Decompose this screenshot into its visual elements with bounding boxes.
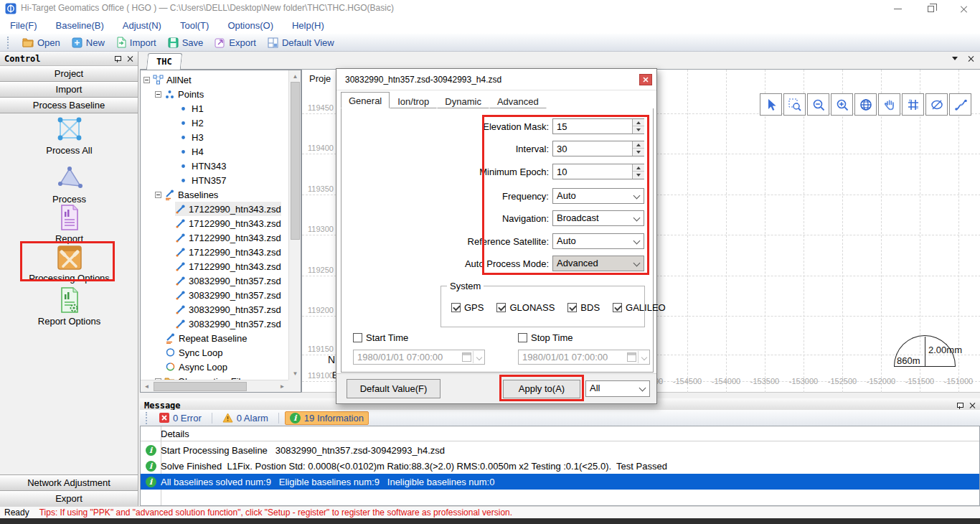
tree-item-baseline[interactable]: 30832990_htn357.zsd [175,302,281,317]
tree-item-repeat-baseline[interactable]: Repeat Baseline [165,331,247,345]
zoom-out-button[interactable] [807,93,829,116]
spin-up-icon[interactable] [633,164,644,172]
information-filter-button[interactable]: i 19 Information [285,411,369,425]
tab-advanced[interactable]: Advanced [489,93,547,108]
apply-scope-select[interactable]: All [585,380,650,397]
tree-item-async-loop[interactable]: Async Loop [165,360,227,374]
tab-list-dropdown-icon[interactable] [952,57,958,60]
tree-item-baseline[interactable]: 30832990_htn357.zsd [175,288,281,302]
spin-up-icon[interactable] [633,141,644,149]
gps-checkbox[interactable]: GPS [451,302,484,313]
message-row[interactable]: i Solve Finished L1Fix. Postion Std: 0.0… [141,458,979,474]
scrollbar-thumb[interactable] [291,82,300,240]
galileo-checkbox[interactable]: GALILEO [613,302,666,313]
menu-adjust[interactable]: Adjust(N) [123,20,161,31]
tab-thc[interactable]: THC [146,53,182,70]
grid-toggle-button[interactable] [902,93,924,116]
reference-satellite-select[interactable]: Auto [552,233,644,249]
navigation-select[interactable]: Broadcast [552,210,644,226]
scroll-up-icon[interactable]: ▲ [289,70,301,83]
scrollbar-thumb[interactable] [154,382,247,391]
import-button[interactable]: Import [116,37,156,48]
tree-item-baseline[interactable]: 30832990_htn357.zsd [175,273,281,288]
collapse-toggle-icon[interactable] [155,192,161,198]
process-all-button[interactable]: Process All [0,115,138,156]
pan-button[interactable] [878,93,900,116]
zoom-window-button[interactable] [783,93,806,116]
new-button[interactable]: New [72,37,105,48]
menu-tool[interactable]: Tool(T) [180,20,209,31]
zoom-extent-button[interactable] [854,93,877,116]
tab-close-icon[interactable] [968,55,974,62]
tree-item-point[interactable]: HTN357 [178,173,226,187]
restore-button[interactable] [914,0,947,17]
sidebar-section-project[interactable]: Project [0,66,138,82]
tree-item-point[interactable]: H1 [178,101,204,116]
tree-item-points[interactable]: Points [155,87,204,101]
scroll-down-icon[interactable]: ▼ [289,368,301,380]
tab-ion-trop[interactable]: Ion/trop [390,93,437,108]
menu-file[interactable]: File(F) [10,20,37,31]
auto-process-mode-select[interactable]: Advanced [552,256,644,271]
tree-item-baseline[interactable]: 17122990_htn343.zsd [175,216,281,230]
tab-general[interactable]: General [341,92,390,108]
report-button[interactable]: Report [0,203,138,244]
tree-horizontal-scrollbar[interactable]: ◄ ► [141,380,288,392]
collapse-toggle-icon[interactable] [143,77,150,83]
tree-item-baseline[interactable]: 17122990_htn343.zsd [175,202,281,216]
minimize-button[interactable] [881,0,914,17]
elevation-mask-value[interactable] [553,119,631,134]
collapse-toggle-icon[interactable] [155,91,161,98]
close-panel-icon[interactable] [969,402,976,408]
sidebar-section-export[interactable]: Export [0,490,138,506]
scroll-right-icon[interactable]: ► [276,380,288,393]
sidebar-section-network-adjustment[interactable]: Network Adjustment [0,474,138,490]
tree-item-baselines[interactable]: Baselines [155,187,218,202]
processing-options-button[interactable]: Processing Options [0,244,138,284]
baseline-route-button[interactable] [949,93,971,116]
stop-time-picker[interactable]: 1980/01/01 07:00:00 [518,350,650,365]
tree-vertical-scrollbar[interactable]: ▲ ▼ [288,70,301,380]
stop-time-checkbox[interactable]: Stop Time [518,332,573,343]
spin-up-icon[interactable] [633,119,644,126]
select-tool-button[interactable] [760,93,782,116]
tree-item-observation-files[interactable]: Observation Fil [155,374,240,380]
default-view-button[interactable]: Default View [268,37,334,48]
glonass-checkbox[interactable]: GLONASS [496,302,555,313]
report-options-button[interactable]: Report Options [0,286,138,327]
dialog-close-button[interactable] [639,74,652,85]
tab-dynamic[interactable]: Dynamic [437,93,489,108]
pin-icon[interactable] [115,55,121,62]
error-ellipse-button[interactable] [925,93,948,116]
frequency-select[interactable]: Auto [552,188,644,204]
close-button[interactable] [947,0,980,17]
tree-item-sync-loop[interactable]: Sync Loop [165,345,222,360]
tree-item-baseline[interactable]: 17122990_htn343.zsd [175,245,281,259]
pin-icon[interactable] [957,402,963,409]
dialog-titlebar[interactable]: 30832990_htn357.zsd-30942993_h4.zsd [336,69,656,90]
tree-item-point[interactable]: HTN343 [178,159,226,173]
tree-item-baseline[interactable]: 30832990_htn357.zsd [175,317,281,331]
spin-down-icon[interactable] [633,172,644,179]
default-value-button[interactable]: Default Value(F) [347,379,440,398]
message-row-selected[interactable]: i All baselines solved num:9 Eligible ba… [141,474,979,490]
scroll-left-icon[interactable]: ◄ [141,380,153,393]
spin-down-icon[interactable] [633,149,644,156]
tree-item-point[interactable]: H3 [178,130,204,144]
message-row[interactable]: i Start Processing Baseline 30832990_htn… [141,442,979,458]
spin-down-icon[interactable] [633,126,644,134]
minimum-epoch-value[interactable] [553,164,631,179]
process-button[interactable]: Process [0,164,138,205]
zoom-in-button[interactable] [831,93,853,116]
open-button[interactable]: Open [22,37,60,48]
close-panel-icon[interactable] [127,55,133,62]
menu-baseline[interactable]: Baseline(B) [56,20,104,31]
tree-item-point[interactable]: H4 [178,144,204,159]
start-time-checkbox[interactable]: Start Time [353,332,408,343]
tree-item-baseline[interactable]: 17122990_htn343.zsd [175,230,281,245]
interval-value[interactable] [553,141,631,156]
sidebar-section-process-baseline[interactable]: Process Baseline [0,98,138,113]
apply-to-button[interactable]: Apply to(A) [503,380,580,398]
menu-options[interactable]: Options(O) [227,20,273,31]
export-button[interactable]: Export [215,37,256,48]
